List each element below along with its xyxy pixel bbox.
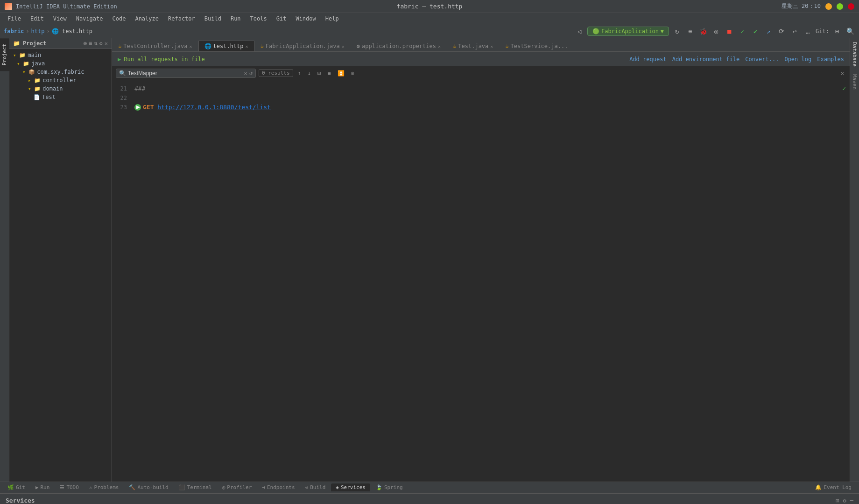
menu-analyze[interactable]: Analyze xyxy=(131,14,162,23)
tab-close-icon[interactable]: ✕ xyxy=(490,44,493,49)
menu-navigate[interactable]: Navigate xyxy=(72,14,107,23)
close-button[interactable] xyxy=(848,3,854,10)
open-log-link[interactable]: Open log xyxy=(784,56,811,63)
search-filter-icon[interactable]: ⏫ xyxy=(336,69,346,77)
search-up-icon[interactable]: ↑ xyxy=(296,69,303,77)
menu-tools[interactable]: Tools xyxy=(246,14,271,23)
btab-profiler[interactable]: ◎ Profiler xyxy=(218,483,257,491)
menu-window[interactable]: Window xyxy=(292,14,319,23)
add-env-link[interactable]: Add environment file xyxy=(672,56,740,63)
vtab-project[interactable]: Project xyxy=(0,38,9,71)
add-config-icon[interactable]: ⊕ xyxy=(685,26,695,36)
menu-file[interactable]: File xyxy=(4,14,25,23)
btab-terminal[interactable]: ⬛ Terminal xyxy=(174,483,217,491)
nav-back-icon[interactable]: ◁ xyxy=(574,26,584,36)
btab-todo[interactable]: ☰ TODO xyxy=(55,483,84,491)
debug-icon[interactable]: 🐞 xyxy=(698,26,708,36)
btab-services[interactable]: ◈ Services xyxy=(331,483,370,491)
search-close-icon[interactable]: ✕ xyxy=(839,69,846,77)
tab-fabricapp[interactable]: ☕ FabricApplication.java ✕ xyxy=(254,41,351,51)
expand-icon[interactable]: ⊞ xyxy=(836,497,839,504)
search-match-icon[interactable]: ≡ xyxy=(325,69,332,77)
breadcrumb-fabric[interactable]: fabric xyxy=(4,28,24,35)
git-push-icon[interactable]: ↗ xyxy=(763,26,774,36)
btab-git[interactable]: 🌿 Git xyxy=(3,483,30,491)
run-request-button[interactable] xyxy=(134,104,141,111)
tree-item-domain[interactable]: ▾ 📁 domain xyxy=(9,84,112,93)
http-method: GET xyxy=(143,103,154,112)
btab-eventlog[interactable]: 🔔 Event Log xyxy=(810,483,856,491)
git-more-icon[interactable]: … xyxy=(803,26,813,36)
tab-appprops[interactable]: ⚙ application.properties ✕ xyxy=(351,41,447,51)
git-status-icon[interactable]: ✔ xyxy=(750,26,760,36)
search-everywhere-icon[interactable]: 🔍 xyxy=(845,26,855,36)
git-refresh-icon[interactable]: ⟳ xyxy=(776,26,787,36)
search-wrap-icon[interactable]: ⊡ xyxy=(316,69,323,77)
tree-item-test-java[interactable]: 📄 Test xyxy=(9,93,112,101)
examples-link[interactable]: Examples xyxy=(817,56,844,63)
settings-icon[interactable]: ⚙ xyxy=(99,40,103,47)
btab-build[interactable]: ⚒ Build xyxy=(301,483,331,491)
tab-testhttp[interactable]: 🌐 test.http ✕ xyxy=(198,41,254,51)
run-config-button[interactable]: 🟢 FabricApplication ▼ xyxy=(587,27,669,36)
http-url[interactable]: http://127.0.0.1:8880/test/list xyxy=(157,103,271,112)
tree-item-controller[interactable]: ▸ 📁 controller xyxy=(9,76,112,84)
menu-view[interactable]: View xyxy=(49,14,70,23)
database-tab[interactable]: Database xyxy=(850,38,859,70)
git-checkmark-icon[interactable]: ✓ xyxy=(737,26,747,36)
maven-tab[interactable]: Maven xyxy=(850,70,859,93)
btab-autobuild[interactable]: 🔨 Auto-build xyxy=(124,483,173,491)
breadcrumb-file[interactable]: 🌐 test.http xyxy=(52,28,92,35)
eventlog-btab-icon: 🔔 xyxy=(815,484,822,490)
btab-run[interactable]: ▶ Run xyxy=(31,483,55,491)
reload-icon[interactable]: ↻ xyxy=(672,26,682,36)
stop-icon[interactable]: ■ xyxy=(724,26,734,36)
comment-text: ### xyxy=(134,84,145,93)
tab-close-icon[interactable]: ✕ xyxy=(438,44,441,49)
settings-icon[interactable]: ⚙ xyxy=(843,497,846,504)
sort-icon[interactable]: ⇅ xyxy=(94,40,97,47)
search-down-icon[interactable]: ↓ xyxy=(306,69,313,77)
nav-actions: ◁ 🟢 FabricApplication ▼ ↻ ⊕ 🐞 ◎ ■ ✓ ✔ ↗ … xyxy=(574,26,855,36)
tree-item-main[interactable]: ▾ 📁 main xyxy=(9,51,112,59)
tab-close-icon[interactable]: ✕ xyxy=(190,44,192,49)
git-revert-icon[interactable]: ↩ xyxy=(789,26,800,36)
tab-testservice[interactable]: ☕ TestService.ja... xyxy=(499,41,574,51)
menu-build[interactable]: Build xyxy=(201,14,225,23)
run-all-requests-button[interactable]: ▶ Run all requests in file xyxy=(118,56,205,63)
menu-git[interactable]: Git xyxy=(273,14,290,23)
menu-code[interactable]: Code xyxy=(109,14,130,23)
tab-testcontroller[interactable]: ☕ TestController.java ✕ xyxy=(112,41,198,51)
tree-item-package[interactable]: ▾ 📦 com.sxy.fabric xyxy=(9,68,112,76)
search-input[interactable] xyxy=(128,70,244,77)
add-module-icon[interactable]: ⊕ xyxy=(84,40,87,47)
collapse-all-icon[interactable]: ≡ xyxy=(89,40,92,47)
add-request-link[interactable]: Add request xyxy=(629,56,666,63)
coverage-icon[interactable]: ◎ xyxy=(711,26,721,36)
tab-close-icon[interactable]: ✕ xyxy=(342,44,345,49)
search-settings-icon[interactable]: ⚙ xyxy=(349,69,356,77)
services-btab-icon: ◈ xyxy=(336,484,339,490)
vertical-tabs: Project xyxy=(0,38,9,482)
minimize-panel-icon[interactable]: ─ xyxy=(850,497,853,504)
search-clear-icon[interactable]: ✕ xyxy=(244,70,247,77)
btab-spring[interactable]: 🍃 Spring xyxy=(371,483,408,491)
btab-endpoints[interactable]: ⊣ Endpoints xyxy=(257,483,299,491)
search-prev-icon[interactable]: ↺ xyxy=(249,70,253,77)
maximize-button[interactable] xyxy=(837,3,843,10)
minimize-button[interactable] xyxy=(825,3,832,10)
breadcrumb-http[interactable]: http xyxy=(31,28,45,35)
menu-edit[interactable]: Edit xyxy=(27,14,48,23)
todo-btab-icon: ☰ xyxy=(60,484,64,490)
autobuild-btab-icon: 🔨 xyxy=(129,484,135,490)
tab-test[interactable]: ☕ Test.java ✕ xyxy=(447,41,499,51)
btab-problems[interactable]: ⚠ Problems xyxy=(84,483,124,491)
convert-link[interactable]: Convert... xyxy=(745,56,779,63)
menu-run[interactable]: Run xyxy=(227,14,245,23)
close-panel-icon[interactable]: ✕ xyxy=(105,40,108,47)
toggle-layout-icon[interactable]: ⊟ xyxy=(832,26,842,36)
menu-refactor[interactable]: Refactor xyxy=(164,14,199,23)
menu-help[interactable]: Help xyxy=(322,14,343,23)
tab-close-icon[interactable]: ✕ xyxy=(246,44,248,49)
tree-item-java[interactable]: ▾ 📁 java xyxy=(9,59,112,68)
